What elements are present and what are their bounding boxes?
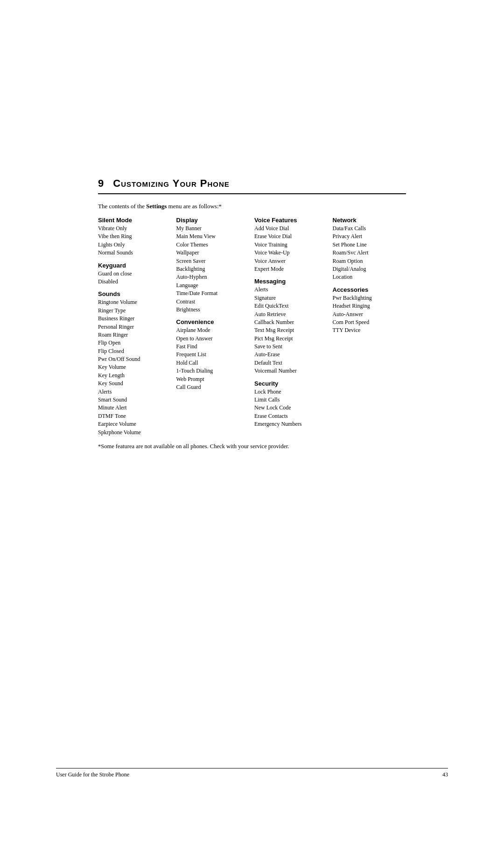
menu-grid: Silent ModeVibrate OnlyVibe then RingLig… [98,217,406,437]
menu-item: Backlighting [176,265,250,273]
chapter-number: 9 [98,177,104,190]
intro-text-after: menu are as follows:* [167,203,222,210]
page-container: 9 Customizing Your Phone The contents of… [0,0,504,853]
menu-item: Auto-Erase [254,351,328,359]
menu-item: Time/Date Format [176,289,250,297]
menu-item: Lock Phone [254,388,328,396]
menu-item: Flip Open [98,339,172,347]
menu-column-1: DisplayMy BannerMain Menu ViewColor Them… [176,217,250,437]
menu-item: Set Phone Line [333,241,406,249]
menu-item: Color Themes [176,241,250,249]
category-3-1: Accessories [333,286,406,293]
intro-text-bold: Settings [146,203,167,210]
intro-text: The contents of the Settings menu are as… [98,203,406,210]
menu-item: Airplane Mode [176,326,250,334]
menu-item: Screen Saver [176,257,250,265]
menu-item: Business Ringer [98,315,172,323]
menu-item: Personal Ringer [98,323,172,331]
menu-item: Pwr On/Off Sound [98,355,172,363]
menu-item: Contrast [176,298,250,306]
menu-item: Roam/Svc Alert [333,249,406,257]
menu-item: Ringtone Volume [98,298,172,306]
menu-item: TTY Device [333,326,406,334]
menu-item: Flip Closed [98,347,172,355]
menu-item: Erase Voice Dial [254,233,328,240]
menu-item: Minute Alert [98,404,172,412]
menu-item: Voice Answer [254,257,328,265]
menu-item: Auto Retrieve [254,310,328,318]
menu-item: DTMF Tone [98,412,172,420]
menu-column-0: Silent ModeVibrate OnlyVibe then RingLig… [98,217,172,437]
chapter-divider [98,193,406,194]
category-1-0: Display [176,217,250,224]
menu-item: Smart Sound [98,396,172,404]
menu-item: Callback Number [254,318,328,326]
menu-item: Roam Option [333,257,406,265]
menu-item: My Banner [176,225,250,233]
category-3-0: Network [333,217,406,224]
intro-text-before: The contents of the [98,203,146,210]
menu-item: Add Voice Dial [254,225,328,233]
menu-item: Wallpaper [176,249,250,257]
menu-column-3: NetworkData/Fax CallsPrivacy AlertSet Ph… [333,217,406,437]
menu-item: Lights Only [98,241,172,249]
category-2-0: Voice Features [254,217,328,224]
menu-item: Emergency Numbers [254,420,328,428]
menu-item: Auto-Answer [333,310,406,318]
footer-right-text: 43 [442,771,448,778]
menu-item: Vibrate Only [98,225,172,233]
menu-item: Alerts [254,286,328,294]
menu-item: Key Sound [98,380,172,388]
chapter-heading: 9 Customizing Your Phone [98,177,406,190]
menu-item: Headset Ringing [333,302,406,310]
menu-item: Main Menu View [176,233,250,240]
menu-item: Call Guard [176,383,250,391]
menu-item: Signature [254,294,328,302]
footer-left-text: User Guide for the Strobe Phone [56,771,129,778]
menu-item: Guard on close [98,270,172,278]
menu-item: Language [176,282,250,289]
menu-item: Expert Mode [254,265,328,273]
menu-item: Save to Sent [254,343,328,351]
menu-item: Voice Wake-Up [254,249,328,257]
menu-item: Default Text [254,359,328,367]
menu-item: Pict Msg Receipt [254,335,328,343]
footnote: *Some featurea are not available on all … [98,443,406,450]
menu-item: Erase Contacts [254,412,328,420]
category-0-1: Keyguard [98,262,172,269]
category-1-1: Convenience [176,318,250,325]
menu-item: Disabled [98,278,172,286]
menu-item: Limit Calls [254,396,328,404]
menu-item: Hold Call [176,359,250,367]
menu-item: Alerts [98,388,172,396]
menu-column-2: Voice FeaturesAdd Voice DialErase Voice … [254,217,328,437]
menu-item: Normal Sounds [98,249,172,257]
menu-item: Location [333,273,406,281]
menu-item: Roam Ringer [98,331,172,339]
menu-item: Key Length [98,372,172,380]
menu-item: Pwr Backlighting [333,294,406,302]
menu-item: Frequent List [176,351,250,359]
menu-item: Privacy Alert [333,233,406,240]
menu-item: Vibe then Ring [98,233,172,240]
menu-item: Web Prompt [176,375,250,383]
menu-item: Voicemail Number [254,367,328,375]
category-2-2: Security [254,380,328,387]
menu-item: Data/Fax Calls [333,225,406,233]
menu-item: Brightness [176,306,250,314]
menu-item: New Lock Code [254,404,328,412]
menu-item: Ringer Type [98,307,172,315]
menu-item: Digital/Analog [333,265,406,273]
menu-item: Open to Answer [176,335,250,343]
category-2-1: Messaging [254,278,328,285]
page-footer: User Guide for the Strobe Phone 43 [56,768,448,778]
menu-item: Earpiece Volume [98,420,172,428]
chapter-title: Customizing Your Phone [113,177,230,190]
menu-item: Voice Training [254,241,328,249]
content-area: 9 Customizing Your Phone The contents of… [42,0,462,478]
menu-item: Spkrphone Volume [98,429,172,437]
menu-item: Edit QuickText [254,302,328,310]
menu-item: Key Volume [98,363,172,371]
menu-item: Auto-Hyphen [176,273,250,281]
category-0-2: Sounds [98,290,172,297]
